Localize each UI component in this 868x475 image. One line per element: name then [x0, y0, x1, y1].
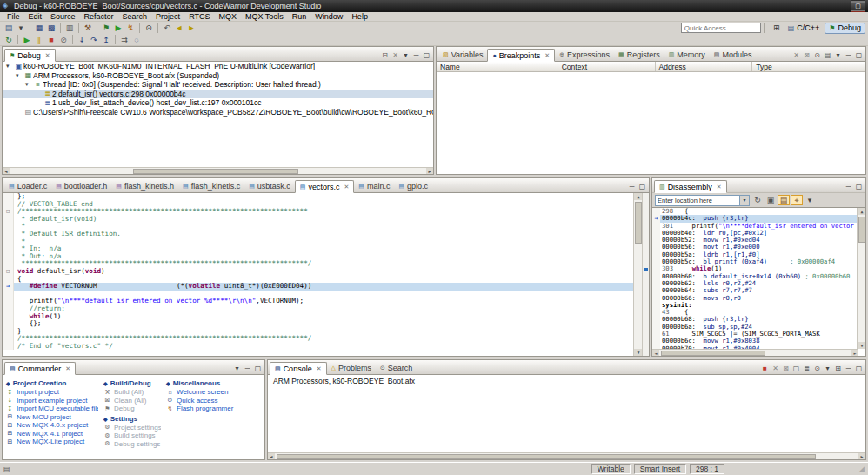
resize-grip-icon[interactable]: ◢ [858, 465, 865, 473]
scroll-thumb[interactable] [661, 351, 765, 356]
code-line[interactable]: 61 SIM_SCGC5 |= (SIM_SCGC5_PORTA_MASK [652, 331, 858, 338]
show-source-icon[interactable]: ▤ [778, 195, 790, 205]
tree-expander-icon[interactable]: ▾ [25, 81, 33, 88]
menu-source[interactable]: Source [46, 12, 80, 21]
commander-item-welcome-screen[interactable]: ⌂Welcome screen [166, 388, 261, 397]
collapse-all-icon[interactable]: ⊟ [380, 51, 390, 59]
step-return-icon[interactable]: ↥ [100, 35, 112, 45]
save-all-icon[interactable]: ▩ [45, 23, 57, 33]
commander-item-flash-programmer[interactable]: ↯Flash programmer [166, 405, 261, 413]
refresh-disassembly-icon[interactable]: ↻ [751, 195, 764, 205]
code-line[interactable]: 00000b60: b default_isr+0x14 (0xb60) ; 0… [652, 273, 858, 280]
editor-vertical-scrollbar[interactable]: ▲ ▼ [633, 193, 642, 356]
code-line[interactable]: }; [3, 193, 640, 201]
maximize-view-icon[interactable]: ▢ [854, 183, 864, 191]
overview-annotation[interactable] [644, 268, 648, 271]
menu-mqx[interactable]: MQX [214, 12, 241, 21]
debug-tree-item[interactable]: ▤C:\Users\PShih\Freescale CW10.6 Workspa… [3, 108, 433, 117]
code-line[interactable]: while(1) [3, 313, 640, 321]
code-line[interactable]: /***************************************… [3, 335, 640, 343]
new-wizard-dropdown-icon[interactable]: ▾ [15, 23, 27, 33]
code-line[interactable]: 00000b62: lsls r0,r2,#24 [652, 280, 858, 287]
minimize-view-icon[interactable]: ─ [844, 183, 853, 191]
code-line[interactable]: 00000b66: movs r0,r0 [652, 295, 858, 302]
disconnect-icon[interactable]: ⊘ [57, 35, 70, 45]
editor-tab-flash-kinetis-c[interactable]: ▤flash_kinetis.c [178, 179, 244, 192]
scroll-up-icon[interactable]: ▲ [858, 208, 865, 215]
code-line[interactable]: printf("\n****default_isr entered on vec… [3, 298, 640, 305]
tab-variables[interactable]: ▧Variables [438, 48, 487, 61]
editor-tab-vectors-c[interactable]: ▤vectors.c✕ [295, 180, 355, 193]
close-icon[interactable]: ✕ [344, 184, 349, 191]
menu-edit[interactable]: Edit [24, 12, 47, 21]
tab-debug[interactable]: ⚑ Debug ✕ [4, 49, 56, 62]
debug-tree-item[interactable]: ≣2 default_isr() vectors.c:298 0x00000b4… [3, 90, 433, 99]
code-line[interactable]: } [3, 328, 640, 336]
code-line[interactable]: 43 { [652, 309, 858, 316]
maximize-view-icon[interactable]: ▢ [854, 365, 864, 372]
column-header-address[interactable]: Address [656, 62, 753, 71]
commander-item-new-mqx-4-1-project[interactable]: ⊞New MQX 4.1 project [6, 430, 98, 438]
terminate-icon[interactable]: ■ [45, 35, 57, 45]
debug-tree-item[interactable]: ▾▣k60-ROBOEYE_Boot_MK60FN1M0_INTERNAL_FL… [3, 62, 433, 71]
display-selected-console-icon[interactable]: ▾ [823, 365, 832, 372]
remove-all-breakpoints-icon[interactable]: ⊠ [802, 51, 811, 59]
code-line[interactable]: 00000b4e: ldr r0,[pc,#0x12] [652, 230, 858, 237]
quick-access-input[interactable] [681, 23, 761, 33]
close-icon[interactable]: ✕ [717, 184, 722, 191]
debug-tree-item[interactable]: ≣1 usb_dev_list_attach_device() host_dev… [3, 98, 433, 108]
maximize-button[interactable]: ▢ [851, 2, 865, 11]
forward-history-icon[interactable]: ► [185, 23, 197, 33]
code-line[interactable]: * [3, 223, 640, 231]
menu-project[interactable]: Project [151, 12, 184, 21]
remove-all-terminated-icon[interactable]: ✕ [391, 51, 400, 59]
code-line[interactable]: →00000b4c: push {r3,lr} [652, 215, 858, 222]
build-all-icon[interactable]: ⚒ [82, 23, 94, 33]
overview-ruler[interactable] [642, 193, 649, 356]
fold-toggle-icon[interactable]: ⊟ [3, 268, 14, 276]
code-line[interactable]: 298 { [652, 208, 858, 215]
tab-memory[interactable]: ▥Memory [664, 48, 710, 61]
new-wizard-icon[interactable]: ▤ [3, 23, 15, 33]
instruction-pointer-icon[interactable]: → [3, 283, 14, 291]
editor-tab-bootloader-h[interactable]: ▤bootloader.h [51, 179, 111, 192]
editor-tab-flash-kinetis-h[interactable]: ▤flash_kinetis.h [111, 179, 178, 192]
close-icon[interactable]: ✕ [317, 365, 322, 372]
code-line[interactable]: ⊟/**************************************… [3, 208, 640, 216]
instruction-stepping-icon[interactable]: ⇉ [118, 35, 130, 45]
editor-tab-loader-c[interactable]: ▤Loader.c [4, 179, 51, 192]
debug-tree-item[interactable]: ▾▦ARM Processors, k60-ROBOEYE_Boot.afx (… [3, 71, 433, 81]
code-line[interactable]: 00000b6c: movw r1,#0x8038 [652, 338, 858, 345]
menu-run[interactable]: Run [288, 12, 311, 21]
open-perspective-icon[interactable]: ⊞ [771, 23, 783, 33]
tab-registers[interactable]: ▦Registers [614, 48, 664, 61]
fold-toggle-icon[interactable]: ⊟ [3, 208, 14, 216]
tree-expander-icon[interactable]: ▾ [6, 63, 14, 70]
clear-console-icon[interactable]: ▢ [791, 365, 801, 372]
debug-horizontal-scrollbar[interactable]: ◄ ► [3, 167, 433, 174]
code-line[interactable]: 00000b5c: bl printf (0xaf4) ; 0x00000af4 [652, 258, 858, 265]
scroll-thumb[interactable] [858, 217, 865, 243]
menu-search[interactable]: Search [118, 12, 152, 21]
link-with-debug-context-icon[interactable]: ⌖ [791, 195, 803, 205]
scroll-right-icon[interactable]: ► [851, 350, 858, 356]
commander-item-import-mcu-executable-file[interactable]: ↧Import MCU executable file [6, 405, 98, 413]
maximize-view-icon[interactable]: ▢ [854, 51, 864, 59]
close-icon[interactable]: ✕ [45, 52, 50, 59]
code-line[interactable]: ****************************************… [3, 260, 640, 268]
column-header-type[interactable]: Type [752, 62, 865, 71]
run-launch-icon[interactable]: ▶ [112, 23, 124, 33]
code-line[interactable]: ⊟void default_isr(void) [3, 268, 640, 276]
scroll-left-icon[interactable]: ◄ [652, 350, 659, 356]
column-header-context[interactable]: Context [558, 62, 656, 71]
code-line[interactable]: * Default ISR definition. [3, 231, 640, 238]
minimize-view-icon[interactable]: ─ [844, 365, 853, 372]
go-to-file-for-breakpoint-icon[interactable]: ▤ [823, 51, 832, 59]
tab-problems[interactable]: △Problems [327, 361, 376, 374]
commander-item-new-mcu-project[interactable]: ⊞New MCU project [6, 413, 98, 422]
code-line[interactable]: // VECTOR_TABLE end [3, 201, 640, 209]
scroll-thumb[interactable] [133, 169, 298, 174]
code-line[interactable]: //return; [3, 305, 640, 313]
view-menu-icon[interactable]: ▾ [401, 51, 411, 59]
menu-rtcs[interactable]: RTCS [184, 12, 214, 21]
